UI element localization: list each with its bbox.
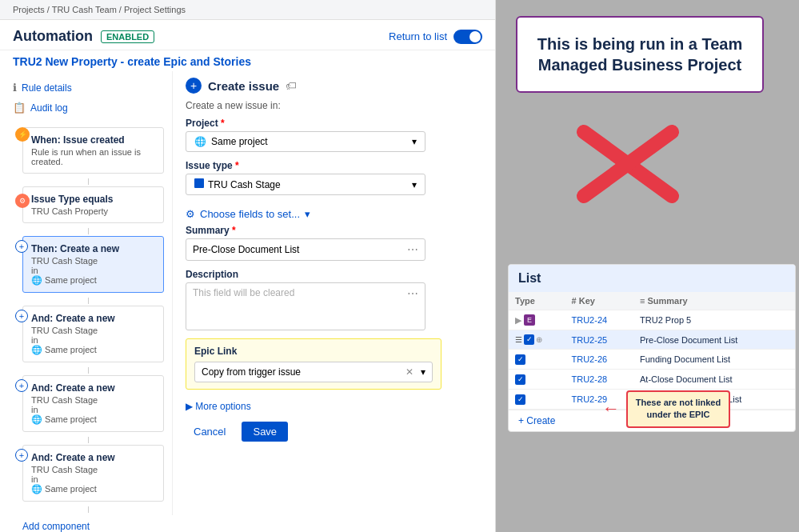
add-before-and2-btn[interactable]: + xyxy=(15,379,28,392)
toggle-switch[interactable] xyxy=(453,30,482,44)
epic-link-section: Epic Link Copy from trigger issue ✕ ▾ xyxy=(186,338,441,390)
then-sub1: TRU Cash Stage xyxy=(31,256,155,266)
when-label: When: Issue created xyxy=(31,134,155,146)
breadcrumb: Projects / TRU Cash Team / Project Setti… xyxy=(0,0,495,20)
cell-type: ✓ xyxy=(509,350,565,370)
annotation-arrow: ← xyxy=(602,398,620,419)
globe-icon-3: 🌐 xyxy=(31,414,42,424)
sub-label: Create a new issue in: xyxy=(186,100,482,111)
if-sub: TRU Cash Property xyxy=(31,206,155,216)
description-dots-btn[interactable]: ⋯ xyxy=(407,287,418,300)
epic-link-select[interactable]: Copy from trigger issue ✕ ▾ xyxy=(194,362,433,382)
plus-icon: + xyxy=(186,78,202,94)
enabled-badge: ENABLED xyxy=(101,30,154,43)
cell-summary: At-Close Document List xyxy=(633,370,795,390)
callout-text: This is being run in a Team Managed Busi… xyxy=(537,35,742,74)
annotation-box: These are not linked under the EPIC xyxy=(626,390,730,428)
cell-key[interactable]: TRU2-24 xyxy=(565,310,634,330)
cell-type: ✓ xyxy=(509,370,565,390)
workflow-then[interactable]: + Then: Create a new TRU Cash Stage in 🌐… xyxy=(22,236,164,293)
automation-header: Automation ENABLED Return to list xyxy=(0,20,495,50)
add-before-then-btn[interactable]: + xyxy=(15,240,28,253)
and2-label: And: Create a new xyxy=(31,382,155,394)
if-label: Issue Type equals xyxy=(31,194,155,205)
summary-input[interactable]: Pre-Close Document List ⋯ xyxy=(186,238,425,261)
cell-key[interactable]: TRU2-28 xyxy=(565,370,634,390)
summary-dots-btn[interactable]: ⋯ xyxy=(407,243,418,256)
create-issue-title: Create issue xyxy=(208,79,279,93)
chevron-down-icon-2: ▾ xyxy=(412,179,417,190)
globe-icon: 🌐 xyxy=(31,275,42,285)
project-label: Project * xyxy=(186,118,482,129)
summary-label: Summary * xyxy=(186,225,482,236)
workflow-and-3[interactable]: + And: Create a new TRU Cash Stage in 🌐 … xyxy=(22,445,164,502)
and1-label: And: Create a new xyxy=(31,313,155,324)
cell-type: ☰✓⊕ xyxy=(509,330,565,350)
col-summary: ≡ Summary xyxy=(633,292,795,310)
workflow-if[interactable]: ⚙ Issue Type equals TRU Cash Property xyxy=(22,186,164,223)
cell-summary: Funding Document List xyxy=(633,350,795,370)
workflow-when[interactable]: ⚡ When: Issue created Rule is run when a… xyxy=(22,127,164,174)
table-row: ✓TRU2-28At-Close Document List xyxy=(509,370,795,390)
table-row: ☰✓⊕TRU2-25Pre-Close Document List xyxy=(509,330,795,350)
cell-type: ▶E xyxy=(509,310,565,330)
cell-summary: TRU2 Prop 5 xyxy=(633,310,795,330)
issue-type-select[interactable]: TRU Cash Stage ▾ xyxy=(186,174,425,195)
project-select[interactable]: 🌐Same project ▾ xyxy=(186,131,425,152)
save-button[interactable]: Save xyxy=(242,422,288,442)
col-type: Type xyxy=(509,292,565,310)
issue-type-label: Issue type * xyxy=(186,160,482,171)
globe-icon-4: 🌐 xyxy=(31,484,42,494)
add-component-link[interactable]: Add component xyxy=(22,514,164,532)
choose-fields-button[interactable]: ⚙ Choose fields to set... ▾ xyxy=(186,203,482,225)
gear-icon: ⚙ xyxy=(186,208,195,220)
description-form-group: Description This field will be cleared ⋯ xyxy=(186,269,482,330)
epic-link-label: Epic Link xyxy=(194,346,433,357)
workflow-and-2[interactable]: + And: Create a new TRU Cash Stage in 🌐 … xyxy=(22,375,164,432)
right-area: This is being run in a Team Managed Busi… xyxy=(500,0,799,532)
list-header: List xyxy=(509,265,795,292)
cell-key[interactable]: TRU2-26 xyxy=(565,350,634,370)
left-sidebar: ℹ Rule details 📋 Audit log ⚡ When: Issue… xyxy=(13,71,173,515)
description-textarea[interactable]: This field will be cleared ⋯ xyxy=(186,282,425,330)
table-row: ▶ETRU2-24TRU2 Prop 5 xyxy=(509,310,795,330)
x-mark xyxy=(572,124,684,204)
chevron-right-icon: ▶ xyxy=(186,401,193,412)
audit-log-link[interactable]: 📋 Audit log xyxy=(13,98,164,118)
add-before-and3-btn[interactable]: + xyxy=(15,449,28,462)
cell-key[interactable]: TRU2-25 xyxy=(565,330,634,350)
project-form-group: Project * 🌐Same project ▾ xyxy=(186,118,482,152)
main-content: + Create issue 🏷 Create a new issue in: … xyxy=(173,71,482,515)
tag-icon: 🏷 xyxy=(286,79,297,92)
col-key: # Key xyxy=(565,292,634,310)
workflow-and-1[interactable]: + And: Create a new TRU Cash Stage in 🌐 … xyxy=(22,306,164,362)
add-before-and1-btn[interactable]: + xyxy=(15,310,28,322)
audit-icon: 📋 xyxy=(13,102,26,114)
info-icon: ℹ xyxy=(13,82,17,94)
description-label: Description xyxy=(186,269,482,280)
when-icon: ⚡ xyxy=(15,127,30,142)
then-sub2: in xyxy=(31,266,155,275)
summary-form-group: Summary * Pre-Close Document List ⋯ xyxy=(186,225,482,261)
rule-details-link[interactable]: ℹ Rule details xyxy=(13,78,164,98)
chevron-down-icon: ▾ xyxy=(412,136,417,147)
rule-name: TRU2 New Property - create Epic and Stor… xyxy=(0,50,495,71)
chevron-down-icon-4: ▾ xyxy=(421,366,425,378)
clear-icon[interactable]: ✕ xyxy=(405,366,413,378)
when-sub: Rule is run when an issue is created. xyxy=(31,147,155,166)
cell-type: ✓ xyxy=(509,390,565,410)
content-section: ℹ Rule details 📋 Audit log ⚡ When: Issue… xyxy=(0,71,495,515)
then-label: Then: Create a new xyxy=(31,243,155,254)
return-to-list-button[interactable]: Return to list xyxy=(389,30,482,44)
chevron-down-icon-3: ▾ xyxy=(305,208,310,220)
cell-summary: Pre-Close Document List xyxy=(633,330,795,350)
and3-label: And: Create a new xyxy=(31,452,155,463)
more-options-button[interactable]: ▶ More options xyxy=(186,398,482,415)
callout-box: This is being run in a Team Managed Busi… xyxy=(516,16,764,93)
cell-key[interactable]: TRU2-29 xyxy=(565,390,634,410)
issue-type-form-group: Issue type * TRU Cash Stage ▾ xyxy=(186,160,482,195)
then-sub3: 🌐 Same project xyxy=(31,275,155,286)
form-actions: Cancel Save xyxy=(186,422,482,442)
table-row: ✓TRU2-26Funding Document List xyxy=(509,350,795,370)
cancel-button[interactable]: Cancel xyxy=(186,422,234,442)
